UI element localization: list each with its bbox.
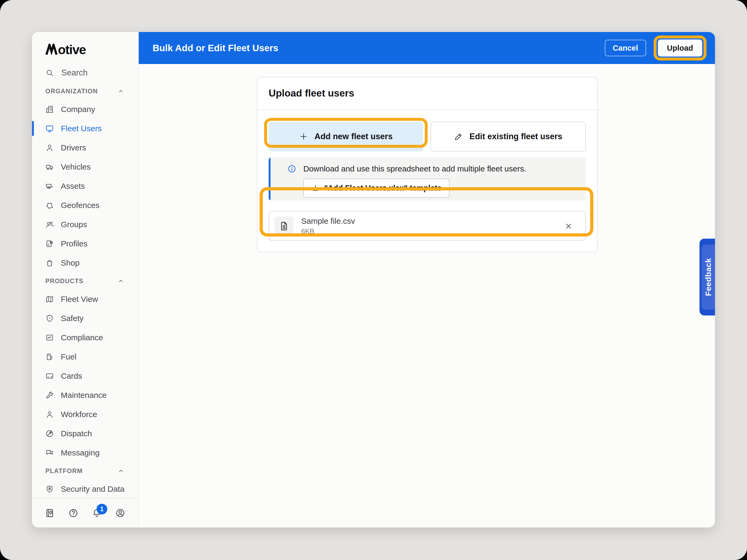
pencil-icon xyxy=(454,132,463,141)
sidebar-item-label: Maintenance xyxy=(61,391,107,400)
cards-icon xyxy=(45,372,54,380)
sidebar-item-label: Assets xyxy=(61,182,85,191)
sidebar-item-label: Safety xyxy=(61,314,83,323)
sidebar-item-label: Fleet View xyxy=(61,295,98,304)
sidebar-item-groups[interactable]: Groups xyxy=(32,215,138,234)
geofences-icon xyxy=(45,201,54,210)
shop-icon xyxy=(45,259,54,267)
map-guide-icon xyxy=(45,508,55,518)
section-label: ORGANIZATION xyxy=(45,88,98,95)
sidebar-item-vehicles[interactable]: Vehicles xyxy=(32,157,138,177)
sidebar-item-profiles[interactable]: Profiles xyxy=(32,234,138,253)
chevron-up-icon xyxy=(118,468,124,474)
fleet-view-icon xyxy=(45,295,54,303)
template-info-box: Download and use this spreadsheet to add… xyxy=(269,157,586,201)
sidebar-nav: ORGANIZATION CompanyFleet UsersDriversVe… xyxy=(32,83,138,499)
main-content: Upload fleet users Add new fleet users E… xyxy=(139,64,715,528)
sidebar-item-cards[interactable]: Cards xyxy=(32,366,138,385)
remove-file-button[interactable] xyxy=(564,221,573,231)
sidebar-section-organization[interactable]: ORGANIZATION xyxy=(32,83,138,100)
sidebar-item-assets[interactable]: Assets xyxy=(32,177,138,196)
upload-mode-tabs: Add new fleet users Edit existing fleet … xyxy=(269,122,586,152)
assets-icon xyxy=(45,182,54,190)
account-icon xyxy=(115,508,125,518)
sidebar-item-company[interactable]: Company xyxy=(32,100,138,119)
header-actions: Cancel Upload xyxy=(605,39,707,56)
sidebar-item-drivers[interactable]: Drivers xyxy=(32,138,138,157)
sidebar-item-geofences[interactable]: Geofences xyxy=(32,196,138,215)
download-template-label: "Add Fleet Users.xlsx" template xyxy=(324,184,441,192)
sidebar-item-label: Fleet Users xyxy=(61,124,102,133)
chevron-up-icon xyxy=(118,277,124,285)
sidebar-item-security-and-data[interactable]: Security and Data xyxy=(32,479,138,499)
sidebar-item-fleet-users[interactable]: Fleet Users xyxy=(32,119,138,138)
page-title: Bulk Add or Edit Fleet Users xyxy=(153,43,278,53)
info-text: Download and use this spreadsheet to add… xyxy=(303,164,526,174)
card-title: Upload fleet users xyxy=(257,77,597,110)
sidebar-item-workforce[interactable]: Workforce xyxy=(32,405,138,424)
fleet-users-icon xyxy=(45,124,54,133)
search-icon xyxy=(45,69,54,77)
file-size: 6KB xyxy=(301,227,355,236)
card-body: Add new fleet users Edit existing fleet … xyxy=(257,110,597,241)
sidebar-item-messaging[interactable]: Messaging xyxy=(32,443,138,462)
sidebar-item-dispatch[interactable]: Dispatch xyxy=(32,424,138,443)
section-label: PLATFORM xyxy=(45,468,83,475)
help-icon xyxy=(68,508,78,518)
tab-add-new-fleet-users[interactable]: Add new fleet users xyxy=(269,122,423,152)
feedback-tab[interactable]: Feedback xyxy=(699,239,715,316)
dispatch-icon xyxy=(45,429,54,438)
screenshot-canvas: otive Search ORGANIZATION CompanyFleet U… xyxy=(0,0,747,560)
sidebar-section-platform[interactable]: PLATFORM xyxy=(32,462,138,479)
sidebar-item-label: Compliance xyxy=(61,333,103,342)
sidebar-item-label: Workforce xyxy=(61,410,97,419)
sidebar-item-label: Drivers xyxy=(61,143,86,152)
motive-logo: otive xyxy=(45,42,86,55)
security-icon xyxy=(45,485,54,494)
uploaded-file-row: Sample file.csv 6KB xyxy=(269,211,586,241)
feedback-label: Feedback xyxy=(704,258,713,296)
upload-card: Upload fleet users Add new fleet users E… xyxy=(257,77,598,252)
sidebar-item-fleet-view[interactable]: Fleet View xyxy=(32,290,138,309)
chevron-up-icon xyxy=(118,88,124,95)
drivers-icon xyxy=(45,143,54,152)
upload-button-wrap: Upload xyxy=(658,39,702,56)
sidebar-item-fuel[interactable]: Fuel xyxy=(32,347,138,366)
info-line: Download and use this spreadsheet to add… xyxy=(287,164,578,174)
document-icon xyxy=(279,221,289,232)
sidebar-item-label: Cards xyxy=(61,371,82,380)
file-name: Sample file.csv xyxy=(301,216,355,225)
notifications-button[interactable]: 1 xyxy=(92,508,102,518)
cancel-button[interactable]: Cancel xyxy=(605,40,646,56)
groups-icon xyxy=(45,220,54,229)
search-button[interactable]: Search xyxy=(32,65,138,81)
sidebar-item-compliance[interactable]: Compliance xyxy=(32,328,138,347)
profiles-icon xyxy=(45,239,54,248)
compliance-icon xyxy=(45,334,54,342)
download-template-button[interactable]: "Add Fleet Users.xlsx" template xyxy=(303,179,449,197)
help-button[interactable] xyxy=(68,508,78,518)
sidebar-item-label: Shop xyxy=(61,259,79,267)
search-label: Search xyxy=(61,68,87,78)
sidebar-item-label: Geofences xyxy=(61,201,100,210)
motive-logo-m xyxy=(45,44,58,55)
tab-edit-existing-fleet-users[interactable]: Edit existing fleet users xyxy=(431,122,586,152)
sidebar-item-label: Fuel xyxy=(61,352,76,361)
sidebar-item-safety[interactable]: Safety xyxy=(32,309,138,328)
download-icon xyxy=(311,184,319,192)
sidebar-item-label: Company xyxy=(61,105,95,114)
info-accent-stripe xyxy=(269,157,271,201)
maintenance-icon xyxy=(45,391,54,399)
guides-button[interactable] xyxy=(45,508,55,518)
file-meta: Sample file.csv 6KB xyxy=(301,216,355,236)
messaging-icon xyxy=(45,449,54,457)
sidebar-section-products[interactable]: PRODUCTS xyxy=(32,272,138,290)
sidebar-item-maintenance[interactable]: Maintenance xyxy=(32,385,138,405)
tab-edit-label: Edit existing fleet users xyxy=(469,132,562,141)
vehicles-icon xyxy=(45,163,54,171)
plus-icon xyxy=(299,132,308,141)
account-button[interactable] xyxy=(115,508,125,518)
sidebar-item-shop[interactable]: Shop xyxy=(32,253,138,272)
upload-button[interactable]: Upload xyxy=(658,39,702,56)
section-label: PRODUCTS xyxy=(45,277,83,285)
